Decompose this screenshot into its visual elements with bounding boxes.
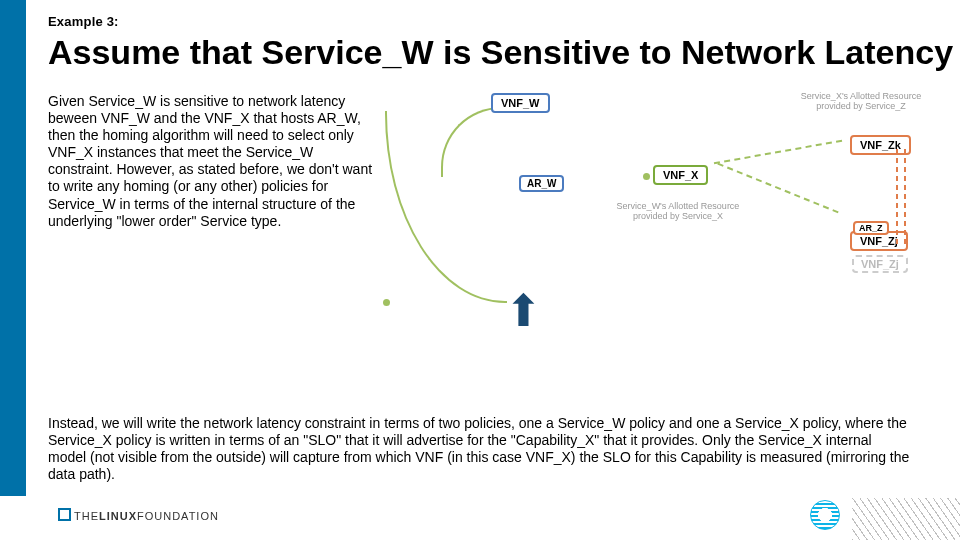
logo-text: FOUNDATION — [137, 510, 219, 522]
node-ar-w: AR_W — [519, 175, 564, 192]
corner-hatch-decoration — [852, 498, 960, 540]
linux-foundation-logo: THELINUXFOUNDATION — [58, 507, 219, 522]
endpoint-dot — [643, 173, 650, 180]
body-row: Given Service_W is sensitive to network … — [48, 93, 954, 343]
up-arrow-icon: ⬆ — [505, 289, 542, 333]
vertical-dashed-connector — [893, 149, 909, 245]
body-paragraph: Given Service_W is sensitive to network … — [48, 93, 373, 343]
slide-content: Example 3: Assume that Service_W is Sens… — [48, 14, 954, 343]
logo-text: THE — [74, 510, 99, 522]
example-label: Example 3: — [48, 14, 954, 29]
endpoint-dot — [383, 299, 390, 306]
diagram-label: Service_X's Allotted Resource provided b… — [791, 91, 931, 112]
node-ar-z: AR_Z — [853, 221, 889, 235]
node-vnf-w: VNF_W — [491, 93, 550, 113]
body-paragraph-2: Instead, we will write the network laten… — [48, 415, 913, 483]
att-globe-icon — [810, 500, 840, 530]
logo-square-icon — [58, 508, 71, 521]
logo-text: LINUX — [99, 510, 137, 522]
slide-accent-bar — [0, 0, 26, 496]
dashed-connector — [714, 140, 842, 165]
diagram-label: Service_W's Allotted Resource provided b… — [608, 201, 748, 222]
node-vnf-x: VNF_X — [653, 165, 708, 185]
architecture-diagram: Service_X's Allotted Resource provided b… — [383, 93, 954, 343]
slide-footer: THELINUXFOUNDATION — [0, 500, 960, 540]
slide-title: Assume that Service_W is Sensitive to Ne… — [48, 33, 954, 71]
node-vnf-zj-ghost: VNF_Zj — [852, 255, 908, 273]
